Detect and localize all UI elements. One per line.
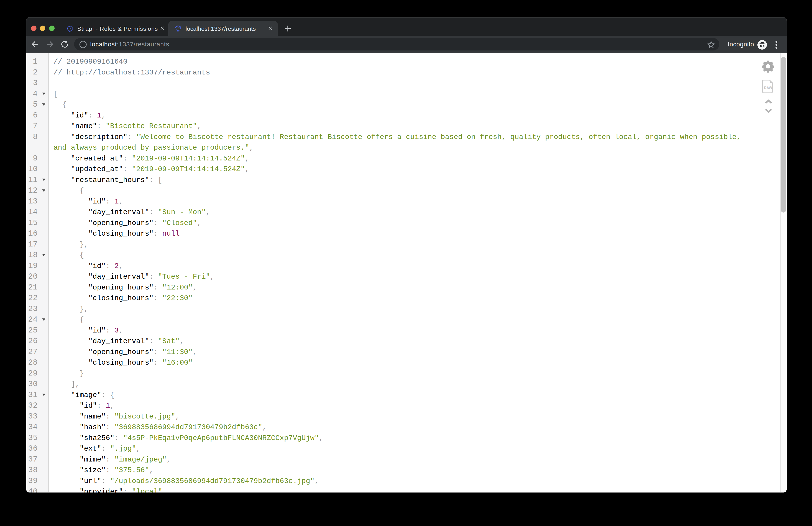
svg-text:RAW: RAW: [764, 86, 772, 90]
